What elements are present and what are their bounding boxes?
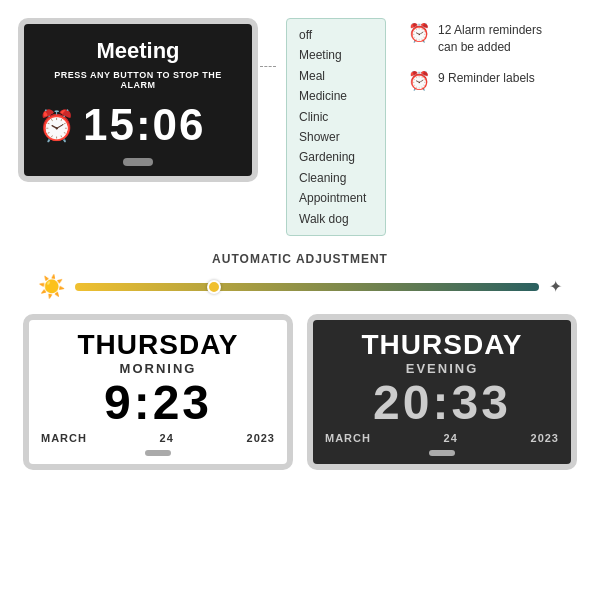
feature-alarm-count: ⏰ 12 Alarm reminderscan be added: [408, 22, 542, 56]
date-dark: 24: [444, 432, 458, 444]
alarm-stop-text: PRESS ANY BUTTON TO STOP THE ALARM: [38, 70, 238, 90]
day-clock-light: THURSDAY MORNING 9:23 MARCH 24 2023: [23, 314, 293, 470]
month-light: MARCH: [41, 432, 87, 444]
big-time-dark: 20:33: [325, 378, 559, 428]
month-dark: MARCH: [325, 432, 371, 444]
connector-line: [260, 66, 276, 67]
clock-button-indicator: [123, 158, 153, 166]
dropdown-item-shower[interactable]: Shower: [299, 127, 373, 147]
dropdown-item-gardening[interactable]: Gardening: [299, 147, 373, 167]
feature-reminder-labels: ⏰ 9 Reminder labels: [408, 70, 542, 92]
dropdown-item-meal[interactable]: Meal: [299, 66, 373, 86]
features-list: ⏰ 12 Alarm reminderscan be added ⏰ 9 Rem…: [408, 18, 542, 92]
time-of-day-dark: EVENING: [325, 361, 559, 376]
bright-sun-icon: ☀️: [38, 274, 65, 300]
dropdown-item-walkdog[interactable]: Walk dog: [299, 209, 373, 229]
reminder-labels-icon: ⏰: [408, 70, 430, 92]
dropdown-item-medicine[interactable]: Medicine: [299, 86, 373, 106]
alarm-label: Meeting: [38, 38, 238, 64]
date-light: 24: [160, 432, 174, 444]
day-name-dark: THURSDAY: [325, 330, 559, 361]
auto-adjust-label: AUTOMATIC ADJUSTMENT: [18, 252, 582, 266]
dropdown-item-cleaning[interactable]: Cleaning: [299, 168, 373, 188]
clocks-row: THURSDAY MORNING 9:23 MARCH 24 2023 THUR…: [18, 314, 582, 470]
year-dark: 2023: [531, 432, 559, 444]
brightness-thumb[interactable]: [207, 280, 221, 294]
brightness-bar[interactable]: [75, 283, 539, 291]
dim-sun-icon: ✦: [549, 277, 562, 296]
big-time-light: 9:23: [41, 378, 275, 428]
alarm-clock-display: Meeting PRESS ANY BUTTON TO STOP THE ALA…: [18, 18, 258, 182]
brightness-control[interactable]: ☀️ ✦: [18, 274, 582, 300]
alarm-count-text: 12 Alarm reminderscan be added: [438, 22, 542, 56]
dropdown-item-clinic[interactable]: Clinic: [299, 107, 373, 127]
dropdown-item-off[interactable]: off: [299, 25, 373, 45]
day-clock-dark: THURSDAY EVENING 20:33 MARCH 24 2023: [307, 314, 577, 470]
dropdown-item-meeting[interactable]: Meeting: [299, 45, 373, 65]
dropdown-item-appointment[interactable]: Appointment: [299, 188, 373, 208]
clock-time-row: ⏰ 15:06: [38, 100, 238, 150]
date-row-light: MARCH 24 2023: [41, 432, 275, 444]
clock-btn-light: [145, 450, 171, 456]
day-name-light: THURSDAY: [41, 330, 275, 361]
year-light: 2023: [247, 432, 275, 444]
clock-btn-dark: [429, 450, 455, 456]
alarm-type-dropdown[interactable]: off Meeting Meal Medicine Clinic Shower …: [286, 18, 386, 236]
alarm-count-icon: ⏰: [408, 22, 430, 44]
bottom-section: AUTOMATIC ADJUSTMENT ☀️ ✦ THURSDAY MORNI…: [0, 246, 600, 480]
date-row-dark: MARCH 24 2023: [325, 432, 559, 444]
reminder-labels-text: 9 Reminder labels: [438, 70, 535, 87]
clock-time: 15:06: [83, 100, 206, 150]
clock-icon: ⏰: [38, 108, 75, 143]
time-of-day-light: MORNING: [41, 361, 275, 376]
